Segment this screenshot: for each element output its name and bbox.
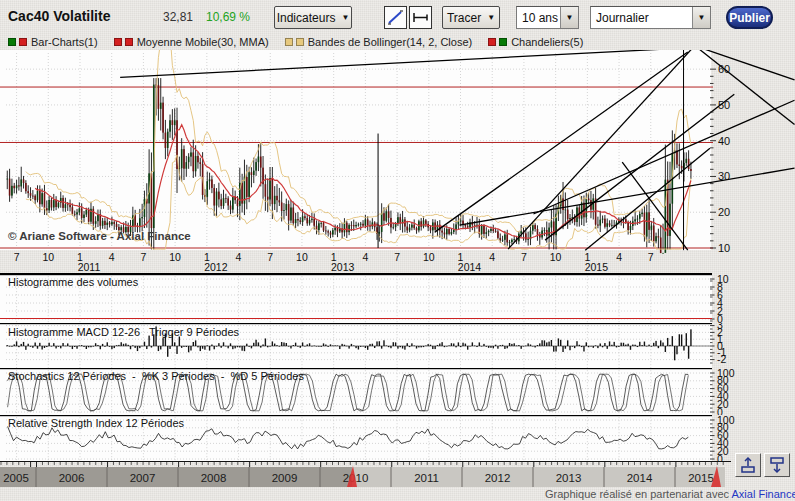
svg-text:30: 30 [718,170,730,182]
svg-text:10: 10 [42,251,54,263]
timeline-scrollbar[interactable]: 2005200620072008200920102011201220132014… [0,461,795,487]
svg-text:7: 7 [521,251,527,263]
svg-text:4: 4 [362,251,368,263]
svg-text:2006: 2006 [59,472,85,484]
svg-text:20: 20 [718,206,730,218]
arrow-down-box-icon [766,455,788,475]
range-select-value: 10 ans [517,7,560,28]
partner-credit: Graphique réalisé en partenariat avec Ax… [545,488,795,500]
svg-text:10: 10 [423,251,435,263]
svg-text:4: 4 [236,251,242,263]
svg-text:2013: 2013 [331,261,355,273]
svg-text:7: 7 [140,251,146,263]
svg-text:-2: -2 [717,353,726,365]
instrument-title: Cac40 Volatilite [8,8,110,24]
svg-text:60: 60 [718,63,730,75]
svg-text:10: 10 [718,242,730,254]
svg-text:4: 4 [616,251,622,263]
svg-text:2013: 2013 [556,472,582,484]
series-legend: Bar-Charts(1) Moyenne Mobile(30, MMA) Ba… [0,34,795,50]
change-percent: 10,69 % [206,10,250,24]
chevron-down-icon[interactable]: ▼ [560,7,578,28]
volumes-panel: 1086420 [0,273,795,323]
svg-text:4: 4 [489,251,495,263]
period-select-value: Journalier [591,7,692,28]
chart-stack: 1020304050607101201147101201247101201347… [0,50,795,487]
draw-button[interactable]: Tracer ▼ [442,6,500,29]
horizontal-line-icon [411,8,430,27]
svg-text:2012: 2012 [204,261,228,273]
partner-credit-link[interactable]: Axial Finance [732,488,795,500]
svg-text:10: 10 [169,251,181,263]
diagonal-line-icon [386,8,405,27]
svg-text:50: 50 [718,99,730,111]
svg-text:2014: 2014 [627,472,653,484]
toolbar: Cac40 Volatilite 32,81 10,69 % Indicateu… [0,0,795,34]
svg-text:4: 4 [109,251,115,263]
svg-text:10: 10 [296,251,308,263]
svg-text:10: 10 [550,251,562,263]
svg-text:7: 7 [14,251,20,263]
horizontal-line-tool-button[interactable] [409,6,432,29]
main-chart-canvas[interactable]: 1020304050607101201147101201247101201347… [0,50,795,273]
svg-text:7: 7 [394,251,400,263]
svg-text:2015: 2015 [585,261,609,273]
svg-text:2015: 2015 [688,472,714,484]
legend-item: Chandeliers(5) [488,36,583,48]
range-select[interactable]: 10 ans ▼ [516,6,579,29]
draw-button-label: Tracer [447,11,481,25]
chevron-down-icon: ▼ [487,13,495,22]
chevron-down-icon[interactable]: ▼ [692,7,710,28]
svg-text:2008: 2008 [201,472,227,484]
period-select[interactable]: Journalier ▼ [590,6,711,29]
legend-item: Moyenne Mobile(30, MMA) [114,36,269,48]
svg-text:0: 0 [717,453,723,462]
partner-credit-text: Graphique réalisé en partenariat avec [545,488,732,500]
publish-button-label: Publier [729,11,770,25]
indicators-button-label: Indicateurs [277,11,336,25]
arrow-up-box-icon [737,455,759,475]
rsi-panel: 100806040200 [0,415,795,461]
svg-text:2011: 2011 [78,261,101,273]
legend-item: Bar-Charts(1) [8,36,98,48]
svg-text:2011: 2011 [414,472,439,484]
pane-expand-up-button[interactable] [735,453,761,477]
svg-text:40: 40 [718,135,730,147]
pane-expand-down-button[interactable] [764,453,790,477]
indicators-button[interactable]: Indicateurs ▼ [274,6,352,29]
svg-text:2007: 2007 [130,472,156,484]
trendline-tool-button[interactable] [384,6,407,29]
svg-text:7: 7 [648,251,654,263]
svg-text:2014: 2014 [458,261,482,273]
last-price: 32,81 [163,10,193,24]
stochastics-panel: 100806040200 [0,368,795,415]
svg-text:0: 0 [717,406,723,416]
svg-text:2012: 2012 [485,472,511,484]
macd-panel: 3210-1-2 [0,323,795,368]
legend-item: Bandes de Bollinger(14, 2, Close) [285,36,472,48]
chart-application: Cac40 Volatilite 32,81 10,69 % Indicateu… [0,0,795,501]
chevron-down-icon: ▼ [341,13,349,22]
svg-text:2005: 2005 [3,472,29,484]
svg-text:2009: 2009 [272,472,298,484]
svg-text:7: 7 [267,251,273,263]
svg-text:0: 0 [717,313,723,324]
publish-button[interactable]: Publier [726,6,773,29]
